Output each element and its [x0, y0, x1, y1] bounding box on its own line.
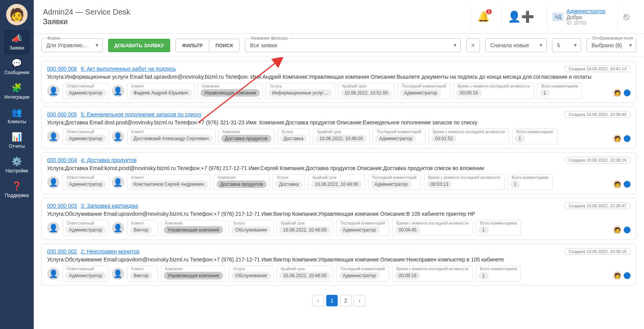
meta-label: Ответственный [64, 175, 107, 180]
meta-label: Ответственный [64, 130, 107, 134]
sidebar-icon: ❓ [4, 181, 29, 191]
meta-value: 00:03:13 [427, 180, 452, 188]
ticket-number-link[interactable]: 000 000 002 [47, 248, 77, 255]
client-avatar: 👤 [112, 222, 124, 234]
meta-label: Время с момента последней активности [394, 267, 471, 271]
meta-label: Клиент [129, 267, 156, 271]
search-tab[interactable]: ПОИСК [209, 39, 239, 52]
sidebar-item-Интеграции[interactable]: 🧩Интеграции [4, 79, 29, 104]
ticket-number-link[interactable]: 000 000 003 [47, 203, 77, 209]
ticket-title-link[interactable]: 2: Неисправен монитор [81, 248, 140, 255]
sidebar-item-Клиенты[interactable]: 👥Клиенты [4, 104, 29, 128]
meta-label: Время с момента последней активности [426, 175, 503, 180]
meta-value: Управляющая компания [164, 272, 223, 279]
meta-field: Всего комментариев1 [537, 83, 582, 99]
sidebar-item-label: Настройки [6, 168, 28, 174]
page-1[interactable]: 1 [326, 295, 338, 306]
header: Admin24 — Service Desk Заявки 🔔 6 👤➕ АД … [34, 0, 644, 34]
client-avatar: 👤 [112, 268, 124, 280]
ticket-title-link[interactable]: 4: Доставка продуктов [81, 157, 136, 163]
meta-label: Компания [220, 130, 272, 134]
ticket-title-link[interactable]: 5: Еженедельное пополнение запасов по сп… [81, 111, 202, 117]
meta-value: Виктор [130, 226, 153, 234]
meta-label: Ответственный [64, 84, 107, 88]
meta-label: Клиент [129, 84, 193, 88]
meta-value: Управляющая компания [200, 89, 260, 97]
meta-label: Всего комментариев [478, 221, 519, 225]
meta-label: Компания [200, 84, 261, 88]
add-user-icon[interactable]: 👤➕ [508, 10, 534, 23]
ticket-title-link[interactable]: 6: Акт выполненных работ на подпись [81, 66, 176, 72]
meta-value: 1 [540, 89, 550, 97]
meta-label: Ответственный [64, 267, 107, 271]
notif-badge: 6 [486, 9, 492, 14]
avatar[interactable]: 🧑 [6, 4, 28, 25]
created-badge: Создана 10.06.2022, 10:38:19 [564, 157, 631, 164]
columns-select[interactable]: Отображаемые поля Выбрано (8) ▼ [586, 38, 636, 52]
meta-value: Администратор [371, 180, 412, 188]
status-dot [624, 272, 631, 279]
meta-value: Обслуживание [232, 226, 271, 234]
add-ticket-button[interactable]: ДОБАВИТЬ ЗАЯВКУ [108, 39, 170, 52]
sidebar-item-Настройки[interactable]: ⚙️Настройки [4, 153, 29, 177]
page-next[interactable]: › [354, 295, 365, 306]
page-2[interactable]: 2 [340, 295, 352, 306]
logout-icon[interactable]: ⎋ [623, 11, 629, 23]
sidebar-icon: 🧩 [4, 83, 29, 93]
sidebar-item-Поддержка[interactable]: ❓Поддержка [4, 177, 29, 202]
meta-label: Всего комментариев [478, 267, 519, 271]
created-badge: Создана 10.06.2022, 10:41:13 [564, 65, 631, 72]
created-badge: Создана 10.06.2022, 10:39:40 [564, 111, 631, 118]
sidebar-item-label: Заявки [10, 45, 25, 51]
meta-label: Услуга [231, 267, 272, 271]
notifications-button[interactable]: 🔔 6 [477, 11, 490, 23]
ticket-title-link[interactable]: 3: Заправка картриджа [81, 203, 138, 209]
mini-avatar: 🧑 [613, 271, 621, 280]
page-size-select[interactable]: 5 ▼ [552, 38, 581, 52]
meta-field: УслугаОбслуживание [229, 220, 274, 236]
meta-field: УслугаДоставка [273, 174, 306, 190]
clear-filter-button[interactable]: ✕ [466, 38, 480, 52]
sidebar-item-Отчеты[interactable]: 📊Отчеты [4, 128, 29, 153]
ticket-card: 000 000 0044: Доставка продуктовСоздана … [41, 152, 636, 194]
meta-field: Всего комментариев1 [508, 174, 553, 190]
filter-name-select[interactable]: Название фильтра Все заявки ▼ [245, 38, 461, 52]
ticket-number-link[interactable]: 000 000 006 [47, 66, 77, 72]
ticket-number-link[interactable]: 000 000 005 [47, 111, 77, 117]
meta-value: Фадеев Андрей Юрьевич [130, 89, 192, 97]
client-avatar: 👤 [112, 131, 124, 143]
sidebar-item-Сообщения[interactable]: 💬Сообщения [4, 55, 29, 79]
meta-value: Администратор [65, 272, 106, 279]
user-name-link[interactable]: Администратор [567, 8, 605, 14]
meta-field: КлиентФадеев Андрей Юрьевич [127, 83, 195, 99]
meta-field: Крайний срок10.06.2022, 10:51:00 [338, 83, 394, 99]
meta-value: Доставка [275, 180, 303, 188]
meta-field: Последний комментарийАдминистратор [398, 83, 450, 99]
meta-value: Администратор [65, 180, 106, 188]
filter-tab[interactable]: ФИЛЬТР [176, 39, 209, 52]
meta-field: Всего комментариев1 [476, 266, 521, 281]
ticket-description: Услуга:Обслуживание Email:upravdom@novin… [47, 211, 631, 217]
meta-label: Компания [163, 221, 224, 225]
meta-field: Последний комментарийАдминистратор [336, 220, 389, 236]
meta-label: Компания [216, 175, 268, 180]
sort-select[interactable]: Сначала новые ▼ [485, 38, 547, 52]
meta-field: Время с момента последней активности00:0… [392, 220, 473, 236]
meta-field: ОтветственныйАдминистратор [62, 266, 109, 281]
ticket-number-link[interactable]: 000 000 004 [47, 157, 77, 163]
sidebar-item-Заявки[interactable]: 📣Заявки [4, 30, 29, 55]
client-avatar: 👤 [112, 176, 124, 188]
meta-value: Доставка продуктов [221, 135, 271, 142]
meta-field: Крайний срок10.06.2022, 10:46:00 [277, 266, 333, 281]
form-select[interactable]: Форма Для Управляющ… ▼ [41, 38, 103, 52]
user-initials-badge: АД [552, 13, 564, 21]
meta-value: Информационные услуг… [268, 89, 332, 97]
meta-field: КлиентВиктор [127, 266, 158, 281]
page-prev[interactable]: ‹ [312, 295, 324, 306]
meta-label: Всего комментариев [509, 175, 551, 180]
meta-label: Последний комментарий [375, 130, 424, 134]
user-id: ID: 10753 [567, 20, 605, 26]
meta-label: Крайний срок [315, 130, 367, 134]
meta-field: КлиентВиктор [127, 220, 158, 236]
chevron-down-icon: ▼ [628, 43, 633, 48]
